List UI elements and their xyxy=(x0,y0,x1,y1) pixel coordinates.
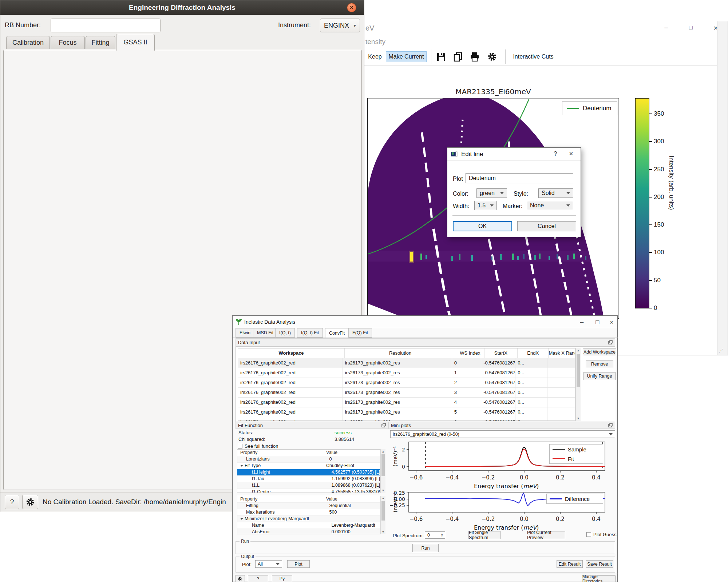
table-row[interactable]: irs26176_graphite002_redirs26173_graphit… xyxy=(238,417,575,421)
property-row[interactable]: f1.Tau1.159992 (0.083896) [L] xyxy=(237,476,380,482)
cell-mask[interactable] xyxy=(547,398,575,407)
width-select[interactable]: 1.5 xyxy=(474,201,497,210)
scrollbar-thumb[interactable] xyxy=(381,454,385,476)
cell-mask[interactable] xyxy=(547,378,575,387)
cell-resolution[interactable]: irs26173_graphite002_res xyxy=(343,378,452,387)
close-icon[interactable]: × xyxy=(347,3,356,12)
property-value[interactable]: 0.000100 xyxy=(332,529,380,534)
property-row[interactable]: f1.L1.089868 (0.037623) [L] xyxy=(237,482,380,489)
property-row[interactable]: Fit TypeChudley-Elliot xyxy=(237,463,380,469)
table-scrollbar[interactable]: ▲ ▼ xyxy=(575,348,581,421)
cell-resolution[interactable]: irs26173_graphite002_res xyxy=(343,398,452,407)
cell-ws_index[interactable]: 5 xyxy=(452,407,482,417)
scroll-up-icon[interactable]: ▲ xyxy=(381,497,385,500)
save-result-button[interactable]: Save Result xyxy=(586,560,613,568)
color-select[interactable]: green xyxy=(476,188,507,198)
scroll-down-icon[interactable]: ▼ xyxy=(381,489,385,492)
cell-mask[interactable] xyxy=(547,407,575,417)
cell-resolution[interactable]: irs26173_graphite002_res xyxy=(343,358,452,368)
scrollbar-thumb[interactable] xyxy=(577,354,580,387)
cell-resolution[interactable]: irs26173_graphite002_res xyxy=(343,388,452,397)
table-row[interactable]: irs26176_graphite002_redirs26173_graphit… xyxy=(238,398,575,407)
rb-number-input[interactable] xyxy=(51,19,161,32)
cell-startx[interactable]: -0.54760812672... xyxy=(481,368,515,378)
expander-icon[interactable] xyxy=(240,465,243,467)
tab-fitting[interactable]: Fitting xyxy=(86,36,115,49)
settings-button[interactable] xyxy=(22,495,38,509)
tab-gsas-ii[interactable]: GSAS II xyxy=(116,34,155,51)
property-row[interactable]: Lorentzians0 xyxy=(237,456,380,463)
workspace-table[interactable]: WorkspaceResolutionWS IndexStartXEndXMas… xyxy=(238,348,575,421)
cell-ws_index[interactable]: 2 xyxy=(452,378,482,387)
cell-mask[interactable] xyxy=(547,388,575,397)
cell-mask[interactable] xyxy=(547,358,575,368)
property-row[interactable]: NameLevenberg-Marquardt xyxy=(237,522,380,529)
property-row[interactable]: f1.Height4.562577 (0.503735) [L] xyxy=(237,469,380,476)
fit-single-spectrum-button[interactable]: Fit Single Spectrum xyxy=(468,531,500,539)
cell-startx[interactable]: -0.54760812672... xyxy=(481,407,515,417)
cell-startx[interactable]: -0.54760812672... xyxy=(481,358,515,368)
property-scrollbar[interactable]: ▲ ▼ xyxy=(380,449,385,493)
output-plot-button[interactable]: Plot xyxy=(287,560,310,568)
add-workspace-button[interactable]: Add Workspace xyxy=(583,348,616,356)
print-icon[interactable] xyxy=(470,52,480,63)
property-value[interactable]: 1.159992 (0.083896) [L] xyxy=(332,476,380,482)
resize-grip-icon[interactable]: ⋰ xyxy=(719,348,724,353)
data-input-header[interactable]: Data Input xyxy=(236,338,615,346)
plot-current-preview-button[interactable]: Plot Current Preview xyxy=(527,531,565,539)
cancel-button[interactable]: Cancel xyxy=(517,221,576,231)
py-button[interactable]: Py xyxy=(272,575,292,582)
property-row[interactable]: AbsError0.000100 xyxy=(237,529,380,534)
edit-result-button[interactable]: Edit Result xyxy=(557,560,583,568)
column-header[interactable]: EndX xyxy=(518,348,549,358)
cell-workspace[interactable]: irs26176_graphite002_red xyxy=(238,417,343,421)
cell-startx[interactable]: -0.54760812672... xyxy=(481,388,515,397)
gear-icon[interactable] xyxy=(487,52,497,63)
property-value[interactable]: Sequential xyxy=(329,503,380,509)
manage-directories-button[interactable]: Manage Directories xyxy=(582,575,616,582)
spinner-arrows-icon[interactable]: ▴▾ xyxy=(441,533,443,537)
scroll-up-icon[interactable]: ▲ xyxy=(381,450,385,453)
undock-icon[interactable] xyxy=(608,340,613,344)
column-header[interactable]: Resolution xyxy=(345,348,456,358)
close-icon[interactable]: × xyxy=(605,319,618,326)
cell-mask[interactable] xyxy=(547,417,575,421)
settings-button[interactable] xyxy=(236,575,245,582)
cell-resolution[interactable]: irs26173_graphite002_res xyxy=(343,407,452,417)
instrument-select[interactable]: ENGINX ▾ xyxy=(320,19,360,32)
cell-endx[interactable]: 0... xyxy=(515,368,547,378)
undock-icon[interactable] xyxy=(608,423,613,427)
cell-mask[interactable] xyxy=(547,368,575,378)
mini-plots-header[interactable]: Mini plots xyxy=(388,422,615,429)
plot-guess-checkbox[interactable] xyxy=(586,532,591,537)
property-value[interactable]: Levenberg-Marquardt xyxy=(332,522,380,529)
see-full-function-checkbox[interactable] xyxy=(238,444,242,449)
cell-ws_index[interactable]: 3 xyxy=(452,388,482,397)
save-icon[interactable] xyxy=(436,52,446,63)
window-titlebar[interactable]: Engineering Diffraction Analysis xyxy=(0,0,364,15)
cell-startx[interactable]: -0.54760812672... xyxy=(481,417,515,421)
copy-icon[interactable] xyxy=(453,52,463,63)
cell-workspace[interactable]: irs26176_graphite002_red xyxy=(238,398,343,407)
column-header[interactable]: StartX xyxy=(484,348,518,358)
cell-ws_index[interactable]: 1 xyxy=(452,368,482,378)
table-row[interactable]: irs26176_graphite002_redirs26173_graphit… xyxy=(238,368,575,378)
property-value[interactable]: Chudley-Elliot xyxy=(326,463,379,469)
property-value[interactable]: 4.755858e-13 (5.368109e-14) [L] xyxy=(332,489,380,493)
make-current-button[interactable]: Make Current xyxy=(386,51,427,62)
plot-field-input[interactable]: Deuterium xyxy=(466,173,573,183)
property-scrollbar[interactable]: ▲ ▼ xyxy=(380,496,385,534)
property-row[interactable]: FittingSequential xyxy=(237,503,380,509)
undock-icon[interactable] xyxy=(381,423,386,427)
interactive-cuts-button[interactable]: Interactive Cuts xyxy=(510,51,557,62)
property-value[interactable] xyxy=(326,516,379,522)
cell-endx[interactable]: 0... xyxy=(515,417,547,421)
property-value[interactable]: 0 xyxy=(329,456,380,462)
run-button[interactable]: Run xyxy=(412,544,439,552)
cell-workspace[interactable]: irs26176_graphite002_red xyxy=(238,358,343,368)
cell-startx[interactable]: -0.54760812672... xyxy=(481,378,515,387)
cell-ws_index[interactable]: 0 xyxy=(452,358,482,368)
tab-msd-fit[interactable]: MSD Fit xyxy=(253,328,277,338)
cell-workspace[interactable]: irs26176_graphite002_red xyxy=(238,388,343,397)
minimize-icon[interactable]: – xyxy=(574,319,590,326)
